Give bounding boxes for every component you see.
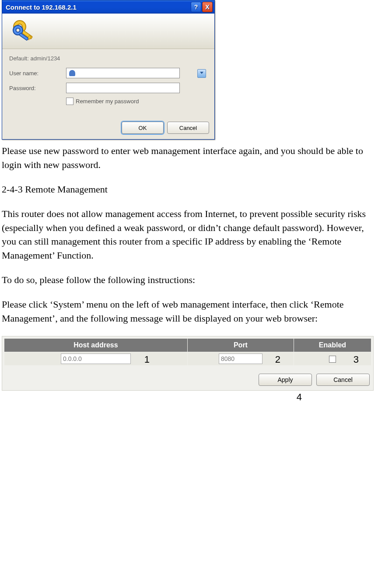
close-button[interactable]: X bbox=[202, 2, 213, 12]
col-header-port: Port bbox=[187, 338, 294, 352]
document-body: Please use new password to enter web man… bbox=[2, 144, 376, 326]
help-button[interactable]: ? bbox=[191, 2, 201, 12]
svg-point-5 bbox=[16, 28, 20, 32]
callout-3: 3 bbox=[354, 354, 359, 365]
enabled-checkbox[interactable] bbox=[329, 356, 336, 363]
dialog-title: Connect to 192.168.2.1 bbox=[6, 4, 190, 11]
username-input[interactable] bbox=[66, 68, 207, 78]
username-label: User name: bbox=[9, 70, 66, 77]
dialog-body: Default: admin/1234 User name: Password:… bbox=[2, 49, 214, 111]
ok-button[interactable]: OK bbox=[122, 122, 164, 134]
paragraph-description: This router does not allow management ac… bbox=[2, 207, 376, 263]
dialog-banner bbox=[2, 14, 214, 49]
password-label: Password: bbox=[9, 85, 66, 91]
remote-management-table: Host address Port Enabled 1 2 3 bbox=[4, 338, 371, 366]
port-input[interactable] bbox=[219, 354, 262, 364]
default-credentials-text: Default: admin/1234 bbox=[9, 55, 207, 62]
callout-1: 1 bbox=[144, 354, 150, 365]
table-row: 1 2 3 bbox=[4, 352, 371, 365]
host-address-input[interactable] bbox=[61, 354, 131, 364]
remote-management-panel: Host address Port Enabled 1 2 3 bbox=[2, 336, 374, 391]
remember-label: Remember my password bbox=[76, 98, 139, 105]
callout-2: 2 bbox=[275, 354, 280, 365]
cancel-button-panel[interactable]: Cancel bbox=[316, 374, 370, 386]
col-header-host: Host address bbox=[4, 338, 188, 352]
keys-icon bbox=[10, 17, 38, 45]
chevron-down-icon bbox=[200, 72, 203, 74]
col-header-enabled: Enabled bbox=[294, 338, 371, 352]
paragraph-instruction-lead: To do so, please follow the following in… bbox=[2, 273, 376, 287]
paragraph-intro: Please use new password to enter web man… bbox=[2, 144, 376, 172]
person-icon bbox=[69, 70, 75, 76]
remember-checkbox[interactable] bbox=[66, 98, 74, 105]
login-dialog: Connect to 192.168.2.1 ? X Default: admi… bbox=[2, 0, 215, 140]
paragraph-instruction: Please click ‘System’ menu on the left o… bbox=[2, 298, 376, 326]
callout-4: 4 bbox=[2, 391, 376, 403]
cancel-button[interactable]: Cancel bbox=[167, 122, 209, 134]
apply-button[interactable]: Apply bbox=[259, 374, 312, 386]
section-heading: 2-4-3 Remote Management bbox=[2, 182, 376, 196]
password-input[interactable] bbox=[66, 83, 180, 93]
dialog-titlebar[interactable]: Connect to 192.168.2.1 ? X bbox=[2, 0, 214, 14]
